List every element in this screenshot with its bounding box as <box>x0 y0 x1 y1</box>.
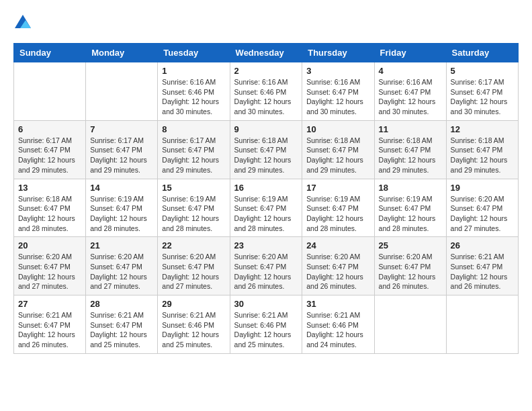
weekday-header: Sunday <box>14 44 86 62</box>
weekday-header: Wednesday <box>230 44 302 62</box>
day-number: 14 <box>90 183 153 193</box>
weekday-header: Thursday <box>302 44 374 62</box>
calendar-week-row: 27Sunrise: 6:21 AM Sunset: 6:47 PM Dayli… <box>14 295 519 354</box>
day-info: Sunrise: 6:18 AM Sunset: 6:47 PM Dayligh… <box>379 136 442 175</box>
calendar-cell: 9Sunrise: 6:18 AM Sunset: 6:47 PM Daylig… <box>230 120 302 179</box>
day-number: 17 <box>306 183 369 193</box>
day-number: 6 <box>18 124 81 134</box>
day-number: 31 <box>306 299 369 309</box>
day-info: Sunrise: 6:17 AM Sunset: 6:47 PM Dayligh… <box>18 136 81 175</box>
day-info: Sunrise: 6:20 AM Sunset: 6:47 PM Dayligh… <box>306 252 369 291</box>
day-number: 7 <box>90 124 153 134</box>
calendar-cell: 10Sunrise: 6:18 AM Sunset: 6:47 PM Dayli… <box>302 120 374 179</box>
calendar-cell: 23Sunrise: 6:20 AM Sunset: 6:47 PM Dayli… <box>230 237 302 295</box>
calendar-header-row: SundayMondayTuesdayWednesdayThursdayFrid… <box>14 44 519 62</box>
calendar-cell: 26Sunrise: 6:21 AM Sunset: 6:47 PM Dayli… <box>446 237 518 295</box>
day-number: 22 <box>162 240 225 250</box>
day-info: Sunrise: 6:21 AM Sunset: 6:46 PM Dayligh… <box>234 310 298 350</box>
day-info: Sunrise: 6:18 AM Sunset: 6:47 PM Dayligh… <box>234 136 298 175</box>
day-info: Sunrise: 6:20 AM Sunset: 6:47 PM Dayligh… <box>18 252 81 291</box>
calendar-week-row: 6Sunrise: 6:17 AM Sunset: 6:47 PM Daylig… <box>14 120 519 179</box>
calendar-cell: 28Sunrise: 6:21 AM Sunset: 6:47 PM Dayli… <box>86 295 158 354</box>
calendar-cell: 18Sunrise: 6:19 AM Sunset: 6:47 PM Dayli… <box>374 179 446 237</box>
day-number: 28 <box>90 299 153 309</box>
day-info: Sunrise: 6:16 AM Sunset: 6:46 PM Dayligh… <box>234 77 298 117</box>
day-info: Sunrise: 6:16 AM Sunset: 6:47 PM Dayligh… <box>306 77 369 117</box>
day-number: 29 <box>162 299 225 309</box>
day-number: 12 <box>451 124 514 134</box>
calendar-cell <box>446 295 518 354</box>
day-info: Sunrise: 6:19 AM Sunset: 6:47 PM Dayligh… <box>162 194 225 234</box>
day-number: 3 <box>306 66 369 76</box>
day-number: 5 <box>451 66 514 76</box>
calendar-cell: 19Sunrise: 6:20 AM Sunset: 6:47 PM Dayli… <box>446 179 518 237</box>
day-number: 23 <box>234 240 298 250</box>
calendar-cell <box>14 62 86 121</box>
day-info: Sunrise: 6:20 AM Sunset: 6:47 PM Dayligh… <box>379 252 442 291</box>
day-number: 11 <box>379 124 442 134</box>
calendar-cell: 25Sunrise: 6:20 AM Sunset: 6:47 PM Dayli… <box>374 237 446 295</box>
day-number: 9 <box>234 124 298 134</box>
day-number: 30 <box>234 299 298 309</box>
day-info: Sunrise: 6:16 AM Sunset: 6:46 PM Dayligh… <box>162 77 225 117</box>
day-info: Sunrise: 6:19 AM Sunset: 6:47 PM Dayligh… <box>90 194 153 234</box>
calendar-cell: 22Sunrise: 6:20 AM Sunset: 6:47 PM Dayli… <box>158 237 230 295</box>
day-info: Sunrise: 6:18 AM Sunset: 6:47 PM Dayligh… <box>306 136 369 175</box>
calendar-cell: 20Sunrise: 6:20 AM Sunset: 6:47 PM Dayli… <box>14 237 86 295</box>
calendar-cell: 14Sunrise: 6:19 AM Sunset: 6:47 PM Dayli… <box>86 179 158 237</box>
calendar-cell: 27Sunrise: 6:21 AM Sunset: 6:47 PM Dayli… <box>14 295 86 354</box>
day-info: Sunrise: 6:18 AM Sunset: 6:47 PM Dayligh… <box>451 136 514 175</box>
calendar-cell: 31Sunrise: 6:21 AM Sunset: 6:46 PM Dayli… <box>302 295 374 354</box>
calendar-cell: 29Sunrise: 6:21 AM Sunset: 6:46 PM Dayli… <box>158 295 230 354</box>
day-number: 8 <box>162 124 225 134</box>
day-number: 20 <box>18 240 81 250</box>
day-info: Sunrise: 6:17 AM Sunset: 6:47 PM Dayligh… <box>162 136 225 175</box>
calendar-cell: 13Sunrise: 6:18 AM Sunset: 6:47 PM Dayli… <box>14 179 86 237</box>
day-info: Sunrise: 6:17 AM Sunset: 6:47 PM Dayligh… <box>451 77 514 117</box>
calendar-cell: 15Sunrise: 6:19 AM Sunset: 6:47 PM Dayli… <box>158 179 230 237</box>
day-info: Sunrise: 6:21 AM Sunset: 6:46 PM Dayligh… <box>162 310 225 350</box>
calendar-week-row: 20Sunrise: 6:20 AM Sunset: 6:47 PM Dayli… <box>14 237 519 295</box>
day-info: Sunrise: 6:19 AM Sunset: 6:47 PM Dayligh… <box>234 194 298 234</box>
calendar-cell: 2Sunrise: 6:16 AM Sunset: 6:46 PM Daylig… <box>230 62 302 121</box>
calendar-cell: 6Sunrise: 6:17 AM Sunset: 6:47 PM Daylig… <box>14 120 86 179</box>
calendar-cell: 11Sunrise: 6:18 AM Sunset: 6:47 PM Dayli… <box>374 120 446 179</box>
day-info: Sunrise: 6:20 AM Sunset: 6:47 PM Dayligh… <box>90 252 153 291</box>
calendar-cell: 24Sunrise: 6:20 AM Sunset: 6:47 PM Dayli… <box>302 237 374 295</box>
logo <box>13 13 35 32</box>
day-info: Sunrise: 6:19 AM Sunset: 6:47 PM Dayligh… <box>306 194 369 234</box>
day-number: 16 <box>234 183 298 193</box>
day-info: Sunrise: 6:16 AM Sunset: 6:47 PM Dayligh… <box>379 77 442 117</box>
day-number: 15 <box>162 183 225 193</box>
calendar-cell: 30Sunrise: 6:21 AM Sunset: 6:46 PM Dayli… <box>230 295 302 354</box>
day-number: 1 <box>162 66 225 76</box>
day-info: Sunrise: 6:20 AM Sunset: 6:47 PM Dayligh… <box>451 194 514 234</box>
calendar-cell: 4Sunrise: 6:16 AM Sunset: 6:47 PM Daylig… <box>374 62 446 121</box>
day-number: 26 <box>451 240 514 250</box>
day-number: 10 <box>306 124 369 134</box>
day-info: Sunrise: 6:17 AM Sunset: 6:47 PM Dayligh… <box>90 136 153 175</box>
day-number: 4 <box>379 66 442 76</box>
calendar-cell: 1Sunrise: 6:16 AM Sunset: 6:46 PM Daylig… <box>158 62 230 121</box>
calendar-table: SundayMondayTuesdayWednesdayThursdayFrid… <box>13 43 519 354</box>
weekday-header: Tuesday <box>158 44 230 62</box>
day-info: Sunrise: 6:21 AM Sunset: 6:47 PM Dayligh… <box>18 310 81 350</box>
weekday-header: Friday <box>374 44 446 62</box>
day-info: Sunrise: 6:20 AM Sunset: 6:47 PM Dayligh… <box>162 252 225 291</box>
calendar-cell: 12Sunrise: 6:18 AM Sunset: 6:47 PM Dayli… <box>446 120 518 179</box>
day-number: 13 <box>18 183 81 193</box>
day-number: 25 <box>379 240 442 250</box>
day-number: 24 <box>306 240 369 250</box>
day-number: 21 <box>90 240 153 250</box>
calendar-cell: 16Sunrise: 6:19 AM Sunset: 6:47 PM Dayli… <box>230 179 302 237</box>
calendar-cell <box>86 62 158 121</box>
day-info: Sunrise: 6:21 AM Sunset: 6:47 PM Dayligh… <box>90 310 153 350</box>
day-info: Sunrise: 6:21 AM Sunset: 6:46 PM Dayligh… <box>306 310 369 350</box>
day-number: 2 <box>234 66 298 76</box>
day-number: 18 <box>379 183 442 193</box>
calendar-cell: 3Sunrise: 6:16 AM Sunset: 6:47 PM Daylig… <box>302 62 374 121</box>
day-info: Sunrise: 6:19 AM Sunset: 6:47 PM Dayligh… <box>379 194 442 234</box>
day-number: 19 <box>451 183 514 193</box>
day-info: Sunrise: 6:21 AM Sunset: 6:47 PM Dayligh… <box>451 252 514 291</box>
calendar-cell: 5Sunrise: 6:17 AM Sunset: 6:47 PM Daylig… <box>446 62 518 121</box>
